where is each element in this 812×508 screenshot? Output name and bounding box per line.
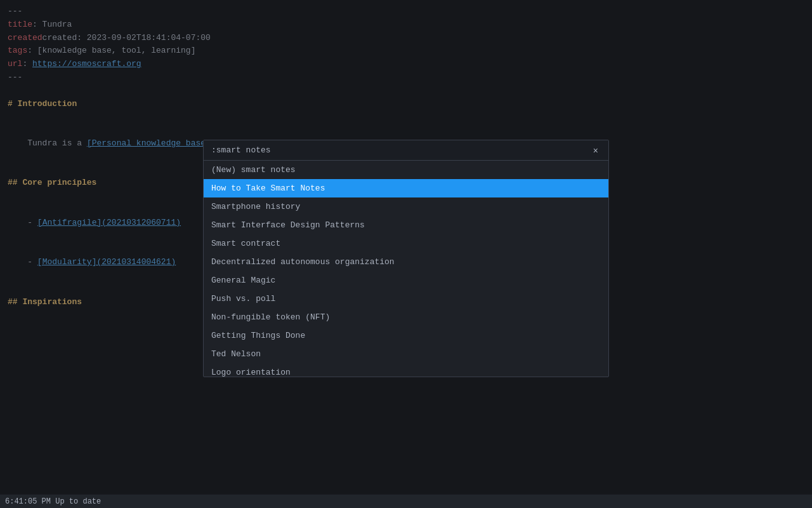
result-item[interactable]: Ted Nelson (204, 345, 608, 363)
result-item[interactable]: (New) smart notes (204, 161, 608, 179)
result-item[interactable]: General Magic (204, 271, 608, 290)
search-modal: × (New) smart notesHow to Take Smart Not… (203, 140, 609, 377)
results-list: (New) smart notesHow to Take Smart Notes… (204, 161, 608, 377)
result-item[interactable]: Decentralized autonomous organization (204, 253, 608, 271)
status-text: Up to date (55, 497, 101, 506)
status-time: 6:41:05 PM (5, 497, 51, 506)
modal-overlay: × (New) smart notesHow to Take Smart Not… (0, 0, 812, 494)
result-item[interactable]: Getting Things Done (204, 326, 608, 345)
search-input[interactable] (211, 145, 591, 155)
result-item[interactable]: How to Take Smart Notes (204, 179, 608, 197)
result-item[interactable]: Smartphone history (204, 197, 608, 216)
result-item[interactable]: Smart Interface Design Patterns (204, 216, 608, 234)
result-item[interactable]: Push vs. poll (204, 290, 608, 308)
status-bar: 6:41:05 PM Up to date (0, 494, 812, 508)
result-item[interactable]: Non-fungible token (NFT) (204, 308, 608, 326)
result-item[interactable]: Logo orientation (204, 363, 608, 377)
close-button[interactable]: × (591, 146, 601, 155)
result-item[interactable]: Smart contract (204, 234, 608, 253)
modal-header: × (204, 140, 608, 161)
status-separator (51, 497, 55, 506)
